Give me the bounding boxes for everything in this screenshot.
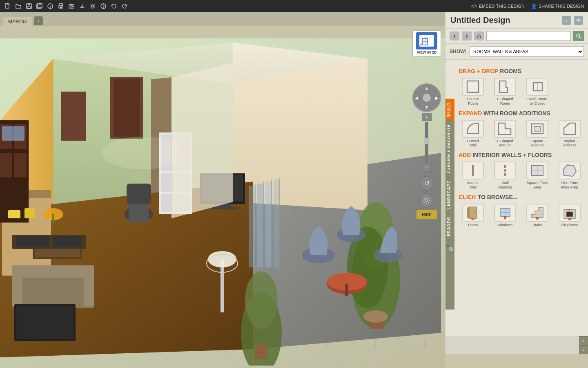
svg-point-148 — [568, 218, 571, 220]
angled-addon-icon-box — [559, 120, 581, 138]
interior-suffix: INTERIOR WALLS + FLOORS — [472, 152, 552, 158]
drag-drop-suffix: ROOMS — [500, 68, 521, 74]
forward-button[interactable]: › — [462, 31, 472, 40]
svg-point-138 — [472, 218, 474, 220]
toolbar-left: i ? — [4, 2, 128, 10]
item-curved-wall[interactable]: CurvedWall — [459, 120, 488, 148]
item-angled-addon[interactable]: AngledAdd-On — [555, 120, 584, 148]
interior-wall-icon — [465, 163, 481, 178]
help-icon[interactable]: ? — [100, 2, 107, 10]
svg-point-145 — [536, 217, 539, 220]
back-button[interactable]: ‹ — [450, 31, 459, 40]
add-tab-button[interactable]: + — [34, 16, 43, 25]
svg-point-12 — [71, 5, 73, 7]
item-square-addon[interactable]: SquareAdd-On — [523, 120, 552, 148]
save-icon[interactable] — [25, 2, 33, 10]
vtab-landscape[interactable]: LANDSCAPE — [445, 177, 454, 213]
svg-rect-107 — [24, 208, 35, 218]
nav-left-arrow[interactable]: ◀ — [415, 96, 418, 100]
save-as-icon[interactable] — [36, 2, 43, 10]
info-icon[interactable]: i — [47, 2, 54, 10]
embed-button[interactable]: </> EMBED THIS DESIGN — [471, 4, 525, 9]
svg-rect-123 — [467, 81, 479, 92]
vtab-furnish[interactable]: FURNISH & DECORATE — [445, 121, 454, 176]
rotate-button[interactable]: ↺ — [419, 176, 434, 191]
nav-up-arrow[interactable]: ▲ — [425, 86, 429, 90]
show-dropdown[interactable]: ROOMS, WALLS & AREAS FURNITURE FLOORS LI… — [470, 46, 584, 57]
nav-right-arrow[interactable]: ▶ — [435, 96, 439, 100]
svg-line-122 — [579, 37, 581, 38]
svg-point-91 — [208, 251, 236, 267]
open-file-icon[interactable] — [15, 2, 22, 10]
doors-label: Doors — [468, 223, 478, 227]
collapse-panel-button[interactable]: ≪ — [574, 16, 583, 25]
show-row: SHOW: ROOMS, WALLS & AREAS FURNITURE FLO… — [445, 44, 588, 60]
tab-marina[interactable]: MARINA — [3, 17, 32, 26]
new-file-icon[interactable] — [4, 2, 11, 10]
export-icon[interactable] — [78, 2, 86, 10]
share-button[interactable]: 👤 SHARE THIS DESIGN — [531, 4, 584, 9]
item-doors[interactable]: Doors — [459, 204, 488, 227]
screenshot-icon[interactable] — [68, 2, 75, 10]
item-windows[interactable]: Windows — [491, 204, 520, 227]
collapse-down-button[interactable]: » — [579, 345, 588, 354]
item-wall-opening[interactable]: WallOpening — [491, 162, 520, 190]
search-input[interactable] — [486, 31, 571, 41]
svg-rect-147 — [566, 212, 573, 217]
svg-rect-70 — [12, 265, 22, 306]
hide-button[interactable]: HIDE — [416, 210, 437, 219]
zoom-in-button[interactable]: + — [422, 113, 432, 121]
item-fireplaces[interactable]: Fireplaces — [555, 204, 584, 227]
settings-button[interactable] — [419, 193, 434, 208]
item-small-room[interactable]: Small Roomor Closet — [523, 78, 552, 106]
info-panel-button[interactable]: i — [562, 16, 571, 25]
item-l-shaped-addon[interactable]: L-ShapedAdd-On — [491, 120, 520, 148]
redo-icon[interactable] — [121, 2, 128, 10]
svg-rect-61 — [212, 207, 237, 209]
zoom-track — [425, 122, 428, 163]
settings-gear-icon[interactable] — [89, 2, 96, 10]
svg-rect-49 — [0, 153, 12, 177]
svg-point-83 — [363, 310, 388, 323]
svg-point-137 — [474, 212, 476, 213]
home-button[interactable]: ⌂ — [474, 31, 484, 40]
item-square-room[interactable]: SquareRoom — [459, 78, 488, 106]
svg-rect-0 — [5, 3, 9, 8]
item-l-shaped-room[interactable]: L-ShapedRoom — [491, 78, 520, 106]
svg-rect-88 — [345, 284, 348, 296]
canvas-area[interactable]: VIEW IN 2D ▲ ▼ ◀ ▶ + − — [0, 26, 445, 368]
view-in-2d-button[interactable]: VIEW IN 2D — [412, 30, 441, 56]
curved-wall-icon — [465, 121, 481, 136]
vtab-search[interactable]: 🔍 — [445, 241, 454, 255]
svg-rect-75 — [16, 236, 49, 247]
item-square-floor[interactable]: Square FloorArea — [523, 162, 552, 190]
square-addon-label: SquareAdd-On — [531, 139, 543, 148]
vtab-build[interactable]: BUILD — [445, 99, 454, 120]
svg-rect-71 — [84, 265, 94, 306]
item-stairs[interactable]: Stairs — [523, 204, 552, 227]
direction-ring[interactable]: ▲ ▼ ◀ ▶ — [412, 83, 441, 112]
svg-rect-2 — [28, 4, 30, 5]
item-freeform-floor[interactable]: Free-FormFloor Area — [555, 162, 584, 190]
nav-down-arrow[interactable]: ▼ — [425, 105, 429, 110]
vtab-brands[interactable]: BRANDS — [445, 213, 454, 240]
svg-rect-67 — [61, 92, 86, 141]
isometric-scene — [0, 38, 445, 366]
interior-wall-label: InteriorWall — [467, 181, 479, 190]
zoom-thumb[interactable] — [424, 138, 430, 144]
angled-addon-icon — [561, 121, 578, 136]
item-interior-wall[interactable]: InteriorWall — [459, 162, 488, 190]
svg-rect-99 — [274, 180, 280, 267]
interior-section-title: ADD INTERIOR WALLS + FLOORS — [459, 152, 584, 158]
nav-row: ‹ › ⌂ — [445, 29, 588, 44]
print-icon[interactable] — [57, 2, 65, 10]
svg-point-142 — [504, 216, 506, 219]
angled-addon-label: AngledAdd-On — [563, 139, 576, 148]
drag-drop-section-title: DRAG + DROP ROOMS — [459, 68, 584, 74]
zoom-out-button[interactable]: − — [422, 164, 432, 172]
collapse-up-button[interactable]: « — [579, 336, 588, 345]
search-submit-button[interactable] — [573, 31, 584, 41]
undo-icon[interactable] — [110, 2, 118, 10]
svg-rect-69 — [12, 265, 94, 278]
svg-rect-50 — [14, 153, 27, 177]
